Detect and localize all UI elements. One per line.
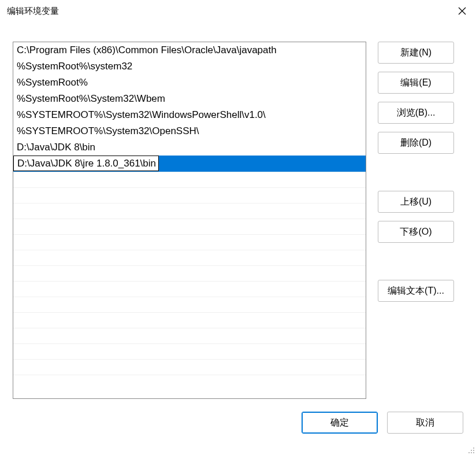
list-item[interactable]: %SYSTEMROOT%\System32\OpenSSH\ — [13, 123, 366, 139]
path-listbox[interactable]: C:\Program Files (x86)\Common Files\Orac… — [13, 42, 366, 399]
resize-grip-icon[interactable] — [467, 446, 475, 454]
empty-row — [13, 203, 366, 219]
empty-row — [13, 265, 366, 281]
empty-row — [13, 250, 366, 265]
list-item[interactable]: %SystemRoot%\system32 — [13, 58, 366, 75]
move-up-button[interactable]: 上移(U) — [378, 191, 454, 213]
edit-button[interactable]: 编辑(E) — [378, 72, 454, 94]
list-item[interactable]: %SystemRoot%\System32\Wbem — [13, 91, 366, 107]
close-button[interactable] — [448, 0, 476, 22]
svg-point-5 — [468, 452, 470, 453]
empty-row — [13, 328, 366, 343]
edit-text-button[interactable]: 编辑文本(T)... — [378, 280, 454, 302]
list-item-edit-text[interactable]: D:\Java\JDK 8\jre 1.8.0_361\bin — [13, 156, 159, 171]
button-gap — [378, 162, 454, 183]
list-item[interactable]: D:\Java\JDK 8\bin — [13, 139, 366, 156]
svg-point-6 — [471, 452, 472, 453]
list-item[interactable]: %SystemRoot% — [13, 75, 366, 91]
empty-row — [13, 375, 366, 390]
move-down-button[interactable]: 下移(O) — [378, 221, 454, 243]
side-button-column: 新建(N) 编辑(E) 浏览(B)... 删除(D) 上移(U) 下移(O) 编… — [378, 42, 454, 399]
empty-row — [13, 281, 366, 297]
svg-point-4 — [473, 450, 474, 451]
empty-row — [13, 234, 366, 250]
cancel-button[interactable]: 取消 — [387, 412, 463, 434]
content-area: C:\Program Files (x86)\Common Files\Orac… — [0, 22, 476, 455]
list-item[interactable]: %SYSTEMROOT%\System32\WindowsPowerShell\… — [13, 107, 366, 123]
button-gap — [378, 251, 454, 272]
svg-point-3 — [471, 450, 472, 451]
empty-row — [13, 219, 366, 234]
svg-point-7 — [473, 452, 474, 453]
delete-button[interactable]: 删除(D) — [378, 132, 454, 154]
titlebar: 编辑环境变量 — [0, 0, 476, 22]
browse-button[interactable]: 浏览(B)... — [378, 102, 454, 124]
new-button[interactable]: 新建(N) — [378, 42, 454, 64]
list-item[interactable]: C:\Program Files (x86)\Common Files\Orac… — [13, 42, 366, 58]
empty-row — [13, 343, 366, 359]
ok-button[interactable]: 确定 — [302, 412, 378, 434]
empty-row — [13, 297, 366, 312]
close-icon — [458, 7, 466, 15]
svg-point-2 — [473, 447, 474, 449]
bottom-button-row: 确定 取消 — [13, 399, 463, 434]
empty-row — [13, 172, 366, 187]
dialog-title: 编辑环境变量 — [7, 6, 59, 17]
empty-row — [13, 312, 366, 328]
empty-row — [13, 359, 366, 375]
main-row: C:\Program Files (x86)\Common Files\Orac… — [13, 22, 463, 399]
empty-row — [13, 187, 366, 203]
list-item-selected[interactable]: D:\Java\JDK 8\jre 1.8.0_361\bin — [13, 156, 366, 172]
dialog-window: 编辑环境变量 C:\Program Files (x86)\Common Fil… — [0, 0, 476, 455]
